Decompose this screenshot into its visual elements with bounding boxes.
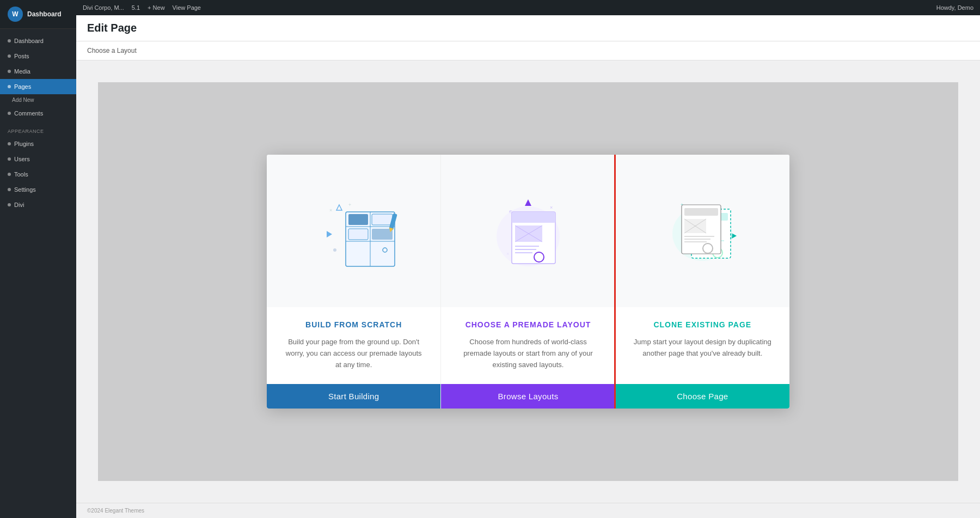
sidebar-item-tools[interactable]: Tools — [0, 167, 76, 182]
sub-nav-layout[interactable]: Choose a Layout — [87, 45, 137, 57]
svg-rect-49 — [684, 208, 718, 216]
card-title-layout: CHOOSE A PREMADE LAYOUT — [456, 320, 599, 329]
card-desc-layout: Choose from hundreds of world-class prem… — [456, 337, 599, 370]
admin-bar-user[interactable]: Howdy, Demo — [936, 4, 973, 11]
browse-layouts-button[interactable]: Browse Layouts — [441, 384, 615, 409]
svg-rect-25 — [512, 212, 555, 223]
sidebar-section-appearance: Appearance — [0, 121, 76, 136]
sidebar-nav: Dashboard Posts Media Pages Add New Comm… — [0, 29, 76, 518]
card-title-scratch: BUILD FROM SCRATCH — [282, 320, 425, 329]
sub-nav: Choose a Layout — [76, 41, 980, 60]
sidebar-item-label: Dashboard — [14, 38, 44, 44]
sidebar-item-dashboard[interactable]: Dashboard — [0, 33, 76, 48]
page-title: Edit Page — [87, 22, 137, 34]
sidebar-item-settings[interactable]: Settings — [0, 182, 76, 197]
sidebar-item-posts[interactable]: Posts — [0, 48, 76, 64]
sidebar-item-label: Users — [14, 156, 30, 162]
card-illustration-clone: × + — [616, 155, 789, 307]
admin-bar-view[interactable]: View Page — [173, 4, 201, 11]
sidebar-item-label: Tools — [14, 171, 28, 178]
cards-container: + × × — [267, 155, 789, 408]
svg-rect-11 — [348, 214, 368, 225]
option-card-layout: × × — [441, 155, 615, 408]
sidebar-item-plugins[interactable]: Plugins — [0, 136, 76, 151]
svg-marker-6 — [327, 231, 332, 237]
choose-page-button[interactable]: Choose Page — [616, 384, 789, 409]
sidebar-item-comments[interactable]: Comments — [0, 106, 76, 121]
option-card-clone: × + — [614, 155, 789, 408]
svg-text:×: × — [329, 208, 332, 213]
sidebar-item-pages[interactable]: Pages — [0, 79, 76, 94]
admin-bar: Divi Corpo, M... 5.1 + New View Page How… — [76, 0, 980, 15]
modal-overlay: + × × — [98, 82, 958, 481]
svg-rect-12 — [372, 214, 393, 225]
card-desc-clone: Jump start your layout design by duplica… — [631, 337, 774, 359]
start-building-button[interactable]: Start Building — [267, 384, 440, 409]
admin-bar-version: 5.1 — [132, 4, 140, 11]
card-body-layout: CHOOSE A PREMADE LAYOUT Choose from hund… — [441, 307, 615, 383]
admin-bar-new[interactable]: + New — [148, 4, 165, 11]
sidebar-item-label: Comments — [14, 110, 43, 117]
sidebar-item-label: Media — [14, 68, 30, 75]
svg-text:+: + — [348, 202, 351, 208]
page-header: Edit Page — [76, 15, 980, 41]
wp-logo-icon: W — [8, 7, 23, 22]
footer-text: ©2024 Elegant Themes — [87, 508, 144, 514]
svg-rect-14 — [372, 229, 393, 240]
content-area: + × × — [76, 60, 980, 503]
svg-text:×: × — [550, 205, 553, 210]
sidebar-logo-text: Dashboard — [27, 10, 62, 18]
sidebar-item-label: Divi — [14, 202, 24, 208]
sidebar-item-label: Settings — [14, 186, 36, 193]
card-desc-scratch: Build your page from the ground up. Don'… — [282, 337, 425, 370]
card-illustration-scratch: + × × — [267, 155, 440, 307]
sidebar-item-label: Pages — [14, 83, 31, 90]
card-body-clone: CLONE EXISTING PAGE Jump start your layo… — [616, 307, 789, 383]
svg-point-1 — [333, 248, 336, 252]
sidebar-item-media[interactable]: Media — [0, 64, 76, 79]
card-title-clone: CLONE EXISTING PAGE — [631, 320, 774, 329]
option-card-scratch: + × × — [267, 155, 441, 408]
admin-bar-site[interactable]: Divi Corpo, M... — [83, 4, 124, 11]
sidebar-item-add-new[interactable]: Add New — [0, 94, 76, 106]
sidebar-item-divi[interactable]: Divi — [0, 197, 76, 212]
footer: ©2024 Elegant Themes — [76, 503, 980, 518]
svg-rect-13 — [348, 229, 368, 240]
sidebar: W Dashboard Dashboard Posts Media Pages … — [0, 0, 76, 518]
sidebar-item-label: Posts — [14, 53, 29, 59]
sidebar-logo: W Dashboard — [0, 0, 76, 29]
card-illustration-layout: × × — [441, 155, 615, 307]
svg-marker-22 — [525, 199, 531, 206]
sidebar-item-users[interactable]: Users — [0, 151, 76, 167]
sidebar-item-label: Plugins — [14, 141, 34, 147]
main-content: Divi Corpo, M... 5.1 + New View Page How… — [76, 0, 980, 518]
svg-marker-5 — [336, 205, 342, 210]
card-body-scratch: BUILD FROM SCRATCH Build your page from … — [267, 307, 440, 383]
